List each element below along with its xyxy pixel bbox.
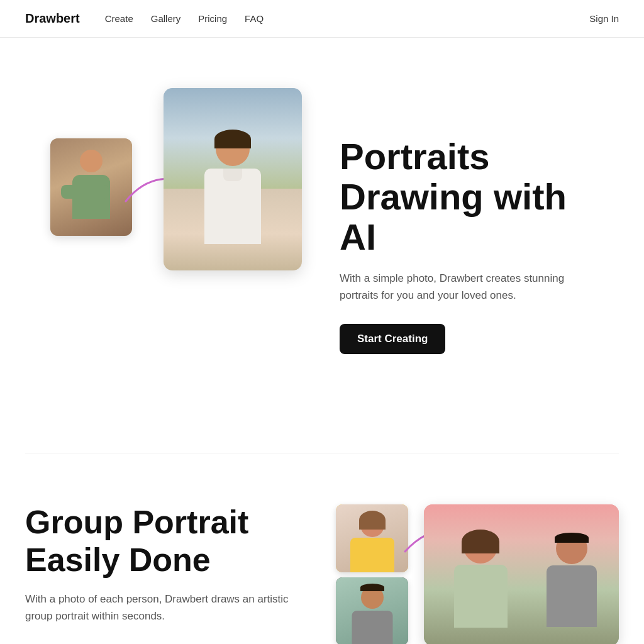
hero-subtitle: With a simple photo, Drawbert creates st… [340, 270, 604, 304]
group-image-group [336, 504, 619, 644]
person-head [80, 150, 103, 172]
group-title: Group Portrait Easily Done [25, 504, 298, 579]
nav-create[interactable]: Create [105, 13, 133, 24]
hero-text: Portraits Drawing with AI With a simple … [340, 136, 606, 354]
group-result-inner [424, 504, 619, 644]
hero-title: Portraits Drawing with AI [340, 136, 606, 257]
group-text: Group Portrait Easily Done With a photo … [25, 504, 298, 644]
group-title-line1: Group Portrait [25, 504, 248, 540]
gp1-hair [462, 530, 499, 553]
hero-title-line2: Drawing with [340, 176, 567, 217]
illustrated-person [182, 132, 283, 270]
group-woman-body [350, 538, 394, 572]
hero-section: Portraits Drawing with AI With a simple … [0, 38, 644, 453]
nav-gallery[interactable]: Gallery [151, 13, 181, 24]
signin-link[interactable]: Sign In [589, 13, 619, 24]
hero-output-inner [164, 88, 302, 270]
illus-body [204, 169, 261, 244]
gp2-hair [555, 533, 589, 543]
group-man-body [352, 611, 392, 644]
hero-title-line1: Portraits [340, 136, 490, 177]
group-woman-hair [359, 511, 386, 530]
group-output-photo [424, 504, 619, 644]
group-man-inner [336, 577, 408, 644]
illus-collar [223, 169, 242, 181]
gp2-body [547, 565, 597, 627]
person-arms [61, 185, 109, 199]
nav-links: Create Gallery Pricing FAQ [105, 13, 264, 24]
nav-pricing[interactable]: Pricing [198, 13, 227, 24]
brand-logo[interactable]: Drawbert [25, 11, 80, 26]
hero-image-group [25, 88, 302, 402]
start-creating-button[interactable]: Start Creating [340, 324, 445, 354]
group-woman-inner [336, 504, 408, 572]
illus-hair [214, 130, 251, 148]
group-man-hair [360, 584, 384, 591]
group-title-line2: Easily Done [25, 541, 211, 578]
group-input-photos [336, 504, 408, 644]
nav-faq[interactable]: FAQ [245, 13, 264, 24]
hero-output-photo [164, 88, 302, 270]
gp1-body [454, 565, 508, 628]
group-section: Group Portrait Easily Done With a photo … [0, 453, 644, 644]
group-subtitle: With a photo of each person, Drawbert dr… [25, 591, 289, 625]
group-illustrated-man [537, 533, 606, 644]
person-silhouette [66, 150, 116, 225]
group-man-photo [336, 577, 408, 644]
group-illustrated-woman [443, 530, 518, 644]
hero-title-line3: AI [340, 216, 376, 257]
group-woman-photo [336, 504, 408, 572]
navbar: Drawbert Create Gallery Pricing FAQ Sign… [0, 0, 644, 38]
